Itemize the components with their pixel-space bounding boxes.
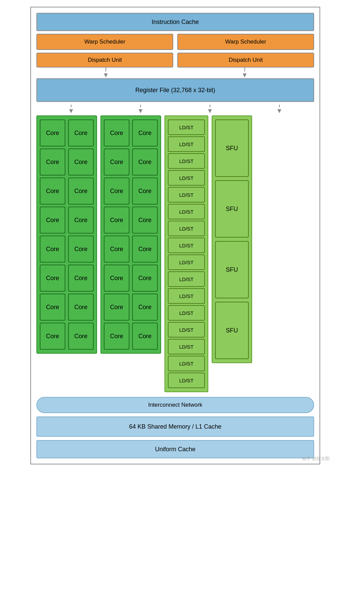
ldst-4: LD/ST xyxy=(168,170,205,186)
watermark: 知乎 @捏太阳 xyxy=(302,456,330,462)
cores-row-2: Core Core xyxy=(40,148,94,176)
cores2-row-4: Core Core xyxy=(104,207,158,234)
core-2-15: Core xyxy=(104,323,129,350)
uniform-cache-block: Uniform Cache xyxy=(36,440,314,458)
core-1-13: Core xyxy=(40,294,65,321)
core-2-13: Core xyxy=(104,294,129,321)
cores-row-6: Core Core xyxy=(40,265,94,292)
cores2-row-1: Core Core xyxy=(104,119,158,146)
cores2-row-6: Core Core xyxy=(104,265,158,292)
core-2-11: Core xyxy=(104,265,129,292)
core-1-5: Core xyxy=(40,178,65,205)
core-2-9: Core xyxy=(104,236,129,263)
ldst-15: LD/ST xyxy=(168,356,205,371)
core-2-5: Core xyxy=(104,178,129,205)
interconnect-label: Interconnect Network xyxy=(148,402,203,408)
ldst-3: LD/ST xyxy=(168,153,205,169)
ldst-9: LD/ST xyxy=(168,254,205,270)
core-1-9: Core xyxy=(40,236,65,263)
core-2-7: Core xyxy=(104,207,129,234)
core-2-16: Core xyxy=(132,323,158,350)
core-1-11: Core xyxy=(40,265,65,292)
execution-units-row: Core Core Core Core Core Core Core Core … xyxy=(36,115,314,392)
core-2-10: Core xyxy=(132,236,158,263)
arrow-1: ▼ xyxy=(102,68,109,78)
ldst-10: LD/ST xyxy=(168,271,205,287)
arrow-5: ▼ xyxy=(207,105,213,114)
core-1-14: Core xyxy=(68,294,94,321)
dispatch-unit-1: Dispatch Unit xyxy=(36,53,173,68)
core-2-3: Core xyxy=(104,148,129,176)
ldst-panel: LD/ST LD/ST LD/ST LD/ST LD/ST LD/ST LD/S… xyxy=(164,115,208,392)
ldst-12: LD/ST xyxy=(168,305,205,321)
register-file-block: Register File (32,768 x 32-bit) xyxy=(36,78,314,102)
dispatch-unit-2: Dispatch Unit xyxy=(177,53,314,68)
warp-scheduler-1: Warp Scheduler xyxy=(36,34,173,50)
ldst-2: LD/ST xyxy=(168,136,205,152)
sfu-1: SFU xyxy=(215,119,249,177)
ldst-16: LD/ST xyxy=(168,373,205,388)
cores-row-5: Core Core xyxy=(40,236,94,263)
cores2-row-3: Core Core xyxy=(104,178,158,205)
cores-panel-2: Core Core Core Core Core Core Core Core … xyxy=(100,115,161,354)
diagram-wrapper: Instruction Cache Warp Scheduler Warp Sc… xyxy=(30,7,334,464)
register-file-label: Register File (32,768 x 32-bit) xyxy=(135,87,215,94)
ldst-11: LD/ST xyxy=(168,288,205,304)
warp-scheduler-2: Warp Scheduler xyxy=(177,34,314,50)
cores-row-8: Core Core xyxy=(40,323,94,350)
core-1-7: Core xyxy=(40,207,65,234)
arrow-4: ▼ xyxy=(137,105,144,114)
core-1-12: Core xyxy=(68,265,94,292)
ldst-7: LD/ST xyxy=(168,221,205,236)
core-1-3: Core xyxy=(40,148,65,176)
core-2-4: Core xyxy=(132,148,158,176)
ldst-6: LD/ST xyxy=(168,204,205,219)
cores-row-3: Core Core xyxy=(40,178,94,205)
cores-row-1: Core Core xyxy=(40,119,94,146)
arrows-to-exec: ▼ ▼ ▼ ▼ xyxy=(36,103,314,114)
cores2-row-8: Core Core xyxy=(104,323,158,350)
ldst-1: LD/ST xyxy=(168,119,205,135)
cores-panel-1: Core Core Core Core Core Core Core Core … xyxy=(36,115,97,354)
core-1-8: Core xyxy=(68,207,94,234)
ldst-8: LD/ST xyxy=(168,238,205,253)
ldst-13: LD/ST xyxy=(168,322,205,338)
arrow-2: ▼ xyxy=(241,68,248,78)
ldst-14: LD/ST xyxy=(168,339,205,354)
sfu-panel: SFU SFU SFU SFU xyxy=(212,115,252,363)
instruction-cache-label: Instruction Cache xyxy=(152,19,199,26)
core-2-6: Core xyxy=(132,178,158,205)
core-2-8: Core xyxy=(132,207,158,234)
cores2-row-7: Core Core xyxy=(104,294,158,321)
cores2-row-2: Core Core xyxy=(104,148,158,176)
sfu-3: SFU xyxy=(215,241,249,298)
diagram-container: Instruction Cache Warp Scheduler Warp Sc… xyxy=(30,7,320,464)
sfu-2: SFU xyxy=(215,180,249,238)
interconnect-block: Interconnect Network xyxy=(36,397,314,413)
cores-row-7: Core Core xyxy=(40,294,94,321)
core-1-10: Core xyxy=(68,236,94,263)
arrows-to-register: ▼ ▼ xyxy=(36,68,314,78)
uniform-cache-label: Uniform Cache xyxy=(155,446,195,453)
cores-row-4: Core Core xyxy=(40,207,94,234)
shared-memory-block: 64 KB Shared Memory / L1 Cache xyxy=(36,416,314,437)
arrow-3: ▼ xyxy=(68,105,74,114)
dispatch-unit-row: Dispatch Unit Dispatch Unit xyxy=(36,53,314,68)
core-1-2: Core xyxy=(68,119,94,146)
shared-memory-label: 64 KB Shared Memory / L1 Cache xyxy=(129,423,221,430)
sfu-4: SFU xyxy=(215,302,249,359)
core-1-4: Core xyxy=(68,148,94,176)
core-2-1: Core xyxy=(104,119,129,146)
core-2-12: Core xyxy=(132,265,158,292)
core-1-6: Core xyxy=(68,178,94,205)
arrow-6: ▼ xyxy=(276,105,283,114)
warp-scheduler-row: Warp Scheduler Warp Scheduler xyxy=(36,34,314,50)
core-1-16: Core xyxy=(68,323,94,350)
instruction-cache-block: Instruction Cache xyxy=(36,13,314,31)
ldst-5: LD/ST xyxy=(168,187,205,202)
core-1-1: Core xyxy=(40,119,65,146)
core-2-14: Core xyxy=(132,294,158,321)
cores2-row-5: Core Core xyxy=(104,236,158,263)
core-1-15: Core xyxy=(40,323,65,350)
core-2-2: Core xyxy=(132,119,158,146)
